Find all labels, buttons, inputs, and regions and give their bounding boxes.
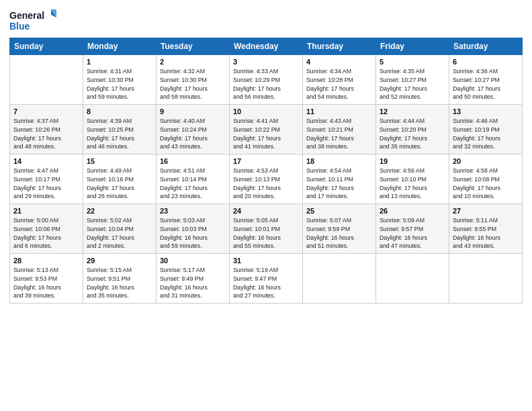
cell-w4-d3: 31Sunrise: 5:19 AM Sunset: 9:47 PM Dayli… (230, 254, 303, 304)
day-detail: Sunrise: 4:49 AM Sunset: 10:16 PM Daylig… (87, 167, 152, 201)
day-number: 31 (233, 257, 299, 265)
col-header-thursday: Thursday (303, 38, 376, 55)
day-number: 25 (306, 207, 372, 215)
cell-w3-d2: 23Sunrise: 5:03 AM Sunset: 10:03 PM Dayl… (157, 204, 230, 254)
day-number: 1 (87, 58, 152, 66)
day-detail: Sunrise: 4:56 AM Sunset: 10:10 PM Daylig… (380, 167, 445, 201)
day-number: 3 (233, 58, 299, 66)
cell-w3-d4: 25Sunrise: 5:07 AM Sunset: 9:59 PM Dayli… (303, 204, 376, 254)
day-number: 7 (13, 107, 79, 116)
cell-w2-d6: 20Sunrise: 4:58 AM Sunset: 10:08 PM Dayl… (449, 154, 523, 204)
col-header-tuesday: Tuesday (157, 38, 230, 55)
cell-w3-d1: 22Sunrise: 5:02 AM Sunset: 10:04 PM Dayl… (83, 204, 157, 254)
day-detail: Sunrise: 5:19 AM Sunset: 9:47 PM Dayligh… (233, 266, 299, 300)
day-detail: Sunrise: 5:05 AM Sunset: 10:01 PM Daylig… (233, 216, 299, 250)
day-detail: Sunrise: 4:39 AM Sunset: 10:25 PM Daylig… (87, 117, 152, 151)
day-detail: Sunrise: 4:34 AM Sunset: 10:28 PM Daylig… (306, 67, 372, 101)
cell-w3-d3: 24Sunrise: 5:05 AM Sunset: 10:01 PM Dayl… (230, 204, 303, 254)
cell-w0-d2: 2Sunrise: 4:32 AM Sunset: 10:30 PM Dayli… (157, 55, 230, 105)
day-number: 27 (453, 207, 519, 215)
cell-w1-d5: 12Sunrise: 4:44 AM Sunset: 10:20 PM Dayl… (376, 105, 449, 154)
cell-w2-d3: 17Sunrise: 4:53 AM Sunset: 10:13 PM Dayl… (230, 154, 303, 204)
day-number: 2 (160, 58, 226, 66)
day-detail: Sunrise: 5:15 AM Sunset: 9:51 PM Dayligh… (87, 266, 152, 300)
day-detail: Sunrise: 4:41 AM Sunset: 10:22 PM Daylig… (233, 117, 299, 151)
cell-w0-d0 (10, 55, 83, 105)
day-number: 20 (453, 157, 519, 165)
day-number: 9 (160, 107, 226, 116)
day-detail: Sunrise: 4:32 AM Sunset: 10:30 PM Daylig… (160, 67, 226, 101)
cell-w4-d6 (449, 254, 523, 304)
calendar-table: SundayMondayTuesdayWednesdayThursdayFrid… (9, 38, 523, 304)
day-number: 4 (306, 58, 372, 66)
day-number: 28 (13, 257, 79, 265)
cell-w1-d6: 13Sunrise: 4:46 AM Sunset: 10:19 PM Dayl… (449, 105, 523, 154)
cell-w1-d2: 9Sunrise: 4:40 AM Sunset: 10:24 PM Dayli… (157, 105, 230, 154)
day-number: 10 (233, 107, 299, 116)
day-detail: Sunrise: 5:09 AM Sunset: 9:57 PM Dayligh… (380, 216, 445, 250)
cell-w2-d1: 15Sunrise: 4:49 AM Sunset: 10:16 PM Dayl… (83, 154, 157, 204)
col-header-monday: Monday (83, 38, 157, 55)
day-detail: Sunrise: 5:11 AM Sunset: 9:55 PM Dayligh… (453, 216, 519, 250)
day-number: 12 (380, 107, 445, 116)
day-number: 19 (380, 157, 445, 165)
day-number: 26 (380, 207, 445, 215)
cell-w0-d4: 4Sunrise: 4:34 AM Sunset: 10:28 PM Dayli… (303, 55, 376, 105)
cell-w3-d0: 21Sunrise: 5:00 AM Sunset: 10:06 PM Dayl… (10, 204, 83, 254)
col-header-sunday: Sunday (10, 38, 83, 55)
cell-w1-d0: 7Sunrise: 4:37 AM Sunset: 10:26 PM Dayli… (10, 105, 83, 154)
day-detail: Sunrise: 4:40 AM Sunset: 10:24 PM Daylig… (160, 117, 226, 151)
day-number: 23 (160, 207, 226, 215)
cell-w1-d1: 8Sunrise: 4:39 AM Sunset: 10:25 PM Dayli… (83, 105, 157, 154)
col-header-wednesday: Wednesday (230, 38, 303, 55)
day-number: 29 (87, 257, 152, 265)
cell-w4-d1: 29Sunrise: 5:15 AM Sunset: 9:51 PM Dayli… (83, 254, 157, 304)
day-detail: Sunrise: 4:53 AM Sunset: 10:13 PM Daylig… (233, 167, 299, 201)
cell-w2-d4: 18Sunrise: 4:54 AM Sunset: 10:11 PM Dayl… (303, 154, 376, 204)
logo: General Blue (9, 7, 56, 34)
day-detail: Sunrise: 5:13 AM Sunset: 9:53 PM Dayligh… (13, 266, 79, 300)
day-detail: Sunrise: 4:37 AM Sunset: 10:26 PM Daylig… (13, 117, 79, 151)
day-number: 11 (306, 107, 372, 116)
cell-w0-d1: 1Sunrise: 4:31 AM Sunset: 10:30 PM Dayli… (83, 55, 157, 105)
cell-w1-d4: 11Sunrise: 4:43 AM Sunset: 10:21 PM Dayl… (303, 105, 376, 154)
day-detail: Sunrise: 4:54 AM Sunset: 10:11 PM Daylig… (306, 167, 372, 201)
day-detail: Sunrise: 5:17 AM Sunset: 9:49 PM Dayligh… (160, 266, 226, 300)
cell-w1-d3: 10Sunrise: 4:41 AM Sunset: 10:22 PM Dayl… (230, 105, 303, 154)
day-number: 6 (453, 58, 519, 66)
col-header-friday: Friday (376, 38, 449, 55)
day-detail: Sunrise: 4:33 AM Sunset: 10:29 PM Daylig… (233, 67, 299, 101)
day-number: 21 (13, 207, 79, 215)
cell-w4-d2: 30Sunrise: 5:17 AM Sunset: 9:49 PM Dayli… (157, 254, 230, 304)
day-number: 24 (233, 207, 299, 215)
cell-w4-d5 (376, 254, 449, 304)
svg-text:General: General (9, 10, 44, 21)
cell-w0-d5: 5Sunrise: 4:35 AM Sunset: 10:27 PM Dayli… (376, 55, 449, 105)
cell-w0-d3: 3Sunrise: 4:33 AM Sunset: 10:29 PM Dayli… (230, 55, 303, 105)
cell-w0-d6: 6Sunrise: 4:36 AM Sunset: 10:27 PM Dayli… (449, 55, 523, 105)
cell-w3-d5: 26Sunrise: 5:09 AM Sunset: 9:57 PM Dayli… (376, 204, 449, 254)
day-detail: Sunrise: 5:02 AM Sunset: 10:04 PM Daylig… (87, 216, 152, 250)
cell-w4-d4 (303, 254, 376, 304)
day-detail: Sunrise: 4:35 AM Sunset: 10:27 PM Daylig… (380, 67, 445, 101)
day-number: 22 (87, 207, 152, 215)
day-detail: Sunrise: 4:51 AM Sunset: 10:14 PM Daylig… (160, 167, 226, 201)
cell-w2-d5: 19Sunrise: 4:56 AM Sunset: 10:10 PM Dayl… (376, 154, 449, 204)
day-number: 13 (453, 107, 519, 116)
day-number: 15 (87, 157, 152, 165)
day-detail: Sunrise: 5:03 AM Sunset: 10:03 PM Daylig… (160, 216, 226, 250)
day-detail: Sunrise: 5:07 AM Sunset: 9:59 PM Dayligh… (306, 216, 372, 250)
day-number: 30 (160, 257, 226, 265)
day-detail: Sunrise: 4:43 AM Sunset: 10:21 PM Daylig… (306, 117, 372, 151)
day-detail: Sunrise: 4:31 AM Sunset: 10:30 PM Daylig… (87, 67, 152, 101)
day-number: 18 (306, 157, 372, 165)
logo-svg: General Blue (9, 7, 56, 34)
day-detail: Sunrise: 4:36 AM Sunset: 10:27 PM Daylig… (453, 67, 519, 101)
col-header-saturday: Saturday (449, 38, 523, 55)
day-number: 14 (13, 157, 79, 165)
day-number: 8 (87, 107, 152, 116)
day-detail: Sunrise: 4:46 AM Sunset: 10:19 PM Daylig… (453, 117, 519, 151)
day-number: 17 (233, 157, 299, 165)
cell-w2-d2: 16Sunrise: 4:51 AM Sunset: 10:14 PM Dayl… (157, 154, 230, 204)
day-number: 5 (380, 58, 445, 66)
